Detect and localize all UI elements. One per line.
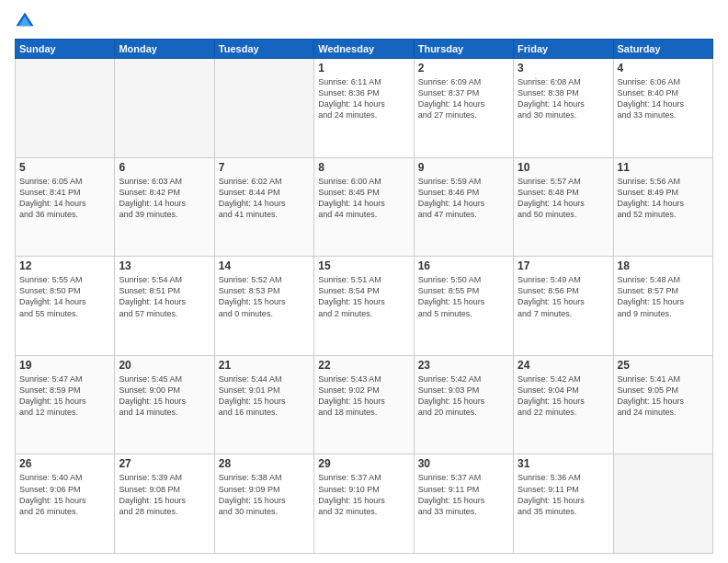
day-info: Sunrise: 5:41 AM Sunset: 9:05 PM Dayligh… [618,373,709,419]
day-number: 10 [518,161,609,174]
day-info: Sunrise: 5:36 AM Sunset: 9:11 PM Dayligh… [518,472,609,517]
day-info: Sunrise: 5:39 AM Sunset: 9:08 PM Dayligh… [119,472,210,517]
day-number: 18 [618,259,709,272]
day-info: Sunrise: 5:51 AM Sunset: 8:54 PM Dayligh… [318,274,409,319]
calendar-header-row: SundayMondayTuesdayWednesdayThursdayFrid… [16,40,713,59]
calendar-day-cell: 6Sunrise: 6:03 AM Sunset: 8:42 PM Daylig… [115,157,214,257]
day-number: 4 [618,62,709,75]
day-info: Sunrise: 5:55 AM Sunset: 8:50 PM Dayligh… [19,274,110,319]
calendar-day-cell: 5Sunrise: 6:05 AM Sunset: 8:41 PM Daylig… [16,157,115,257]
calendar-day-cell: 31Sunrise: 5:36 AM Sunset: 9:11 PM Dayli… [514,454,613,554]
day-info: Sunrise: 5:57 AM Sunset: 8:48 PM Dayligh… [518,176,609,221]
calendar-day-cell: 7Sunrise: 6:02 AM Sunset: 8:44 PM Daylig… [214,157,313,257]
day-info: Sunrise: 6:06 AM Sunset: 8:40 PM Dayligh… [618,76,709,121]
day-number: 19 [19,359,110,372]
calendar-day-cell: 24Sunrise: 5:42 AM Sunset: 9:04 PM Dayli… [514,355,613,454]
calendar-week-row: 26Sunrise: 5:40 AM Sunset: 9:06 PM Dayli… [16,454,713,554]
day-number: 21 [219,359,310,372]
calendar-day-cell: 27Sunrise: 5:39 AM Sunset: 9:08 PM Dayli… [115,454,214,554]
day-number: 7 [219,161,310,174]
calendar-day-cell: 22Sunrise: 5:43 AM Sunset: 9:02 PM Dayli… [314,355,414,454]
day-number: 5 [19,161,110,174]
day-info: Sunrise: 5:47 AM Sunset: 8:59 PM Dayligh… [19,373,110,419]
day-info: Sunrise: 6:11 AM Sunset: 8:36 PM Dayligh… [318,76,409,121]
day-number: 17 [518,259,609,272]
calendar-day-cell: 26Sunrise: 5:40 AM Sunset: 9:06 PM Dayli… [16,454,115,554]
calendar-day-header: Sunday [16,40,115,59]
calendar-day-header: Friday [514,40,613,59]
calendar-day-header: Thursday [414,40,513,59]
day-info: Sunrise: 5:40 AM Sunset: 9:06 PM Dayligh… [19,472,110,517]
day-number: 15 [318,259,409,272]
day-number: 1 [318,62,409,75]
day-info: Sunrise: 5:59 AM Sunset: 8:46 PM Dayligh… [418,176,509,221]
calendar-week-row: 1Sunrise: 6:11 AM Sunset: 8:36 PM Daylig… [16,59,713,158]
calendar-day-cell: 4Sunrise: 6:06 AM Sunset: 8:40 PM Daylig… [613,59,712,158]
page: SundayMondayTuesdayWednesdayThursdayFrid… [0,0,728,563]
day-number: 6 [119,161,210,174]
day-number: 16 [418,259,509,272]
calendar-day-header: Tuesday [214,40,313,59]
calendar-day-cell: 16Sunrise: 5:50 AM Sunset: 8:55 PM Dayli… [414,257,513,356]
calendar-day-header: Wednesday [314,40,414,59]
calendar-day-cell: 25Sunrise: 5:41 AM Sunset: 9:05 PM Dayli… [613,355,712,454]
calendar-day-cell: 11Sunrise: 5:56 AM Sunset: 8:49 PM Dayli… [613,157,712,257]
day-number: 22 [318,359,409,372]
calendar-day-cell [613,454,712,554]
calendar-day-cell: 30Sunrise: 5:37 AM Sunset: 9:11 PM Dayli… [414,454,513,554]
calendar-day-cell: 10Sunrise: 5:57 AM Sunset: 8:48 PM Dayli… [514,157,613,257]
day-number: 3 [518,62,609,75]
calendar-day-cell: 1Sunrise: 6:11 AM Sunset: 8:36 PM Daylig… [314,59,414,158]
day-info: Sunrise: 5:52 AM Sunset: 8:53 PM Dayligh… [219,274,310,319]
day-number: 31 [518,457,609,470]
calendar-day-cell: 28Sunrise: 5:38 AM Sunset: 9:09 PM Dayli… [214,454,313,554]
calendar-day-cell [214,59,313,158]
calendar-day-cell: 13Sunrise: 5:54 AM Sunset: 8:51 PM Dayli… [115,257,214,356]
header [15,11,713,31]
calendar-week-row: 5Sunrise: 6:05 AM Sunset: 8:41 PM Daylig… [16,157,713,257]
day-number: 25 [618,359,709,372]
calendar-day-cell [115,59,214,158]
day-info: Sunrise: 5:37 AM Sunset: 9:11 PM Dayligh… [418,472,509,517]
day-number: 23 [418,359,509,372]
day-info: Sunrise: 5:42 AM Sunset: 9:04 PM Dayligh… [518,373,609,419]
day-number: 12 [19,259,110,272]
calendar-day-cell: 20Sunrise: 5:45 AM Sunset: 9:00 PM Dayli… [115,355,214,454]
day-number: 30 [418,457,509,470]
day-info: Sunrise: 6:03 AM Sunset: 8:42 PM Dayligh… [119,176,210,221]
day-info: Sunrise: 6:00 AM Sunset: 8:45 PM Dayligh… [318,176,409,221]
day-info: Sunrise: 6:02 AM Sunset: 8:44 PM Dayligh… [219,176,310,221]
calendar-day-cell: 2Sunrise: 6:09 AM Sunset: 8:37 PM Daylig… [414,59,513,158]
calendar-day-cell: 3Sunrise: 6:08 AM Sunset: 8:38 PM Daylig… [514,59,613,158]
day-number: 13 [119,259,210,272]
day-info: Sunrise: 6:09 AM Sunset: 8:37 PM Dayligh… [418,76,509,121]
calendar-table: SundayMondayTuesdayWednesdayThursdayFrid… [15,39,713,554]
calendar-day-cell: 17Sunrise: 5:49 AM Sunset: 8:56 PM Dayli… [514,257,613,356]
day-number: 29 [318,457,409,470]
day-number: 26 [19,457,110,470]
calendar-day-cell: 18Sunrise: 5:48 AM Sunset: 8:57 PM Dayli… [613,257,712,356]
day-info: Sunrise: 5:38 AM Sunset: 9:09 PM Dayligh… [219,472,310,517]
day-info: Sunrise: 5:56 AM Sunset: 8:49 PM Dayligh… [618,176,709,221]
calendar-day-header: Monday [115,40,214,59]
calendar-day-header: Saturday [613,40,712,59]
day-number: 2 [418,62,509,75]
calendar-day-cell: 14Sunrise: 5:52 AM Sunset: 8:53 PM Dayli… [214,257,313,356]
calendar-day-cell: 12Sunrise: 5:55 AM Sunset: 8:50 PM Dayli… [16,257,115,356]
calendar-day-cell: 29Sunrise: 5:37 AM Sunset: 9:10 PM Dayli… [314,454,414,554]
day-number: 9 [418,161,509,174]
day-info: Sunrise: 6:05 AM Sunset: 8:41 PM Dayligh… [19,176,110,221]
calendar-day-cell: 15Sunrise: 5:51 AM Sunset: 8:54 PM Dayli… [314,257,414,356]
day-info: Sunrise: 5:44 AM Sunset: 9:01 PM Dayligh… [219,373,310,419]
day-info: Sunrise: 5:43 AM Sunset: 9:02 PM Dayligh… [318,373,409,419]
day-number: 11 [618,161,709,174]
day-info: Sunrise: 5:37 AM Sunset: 9:10 PM Dayligh… [318,472,409,517]
calendar-day-cell: 8Sunrise: 6:00 AM Sunset: 8:45 PM Daylig… [314,157,414,257]
calendar-day-cell: 21Sunrise: 5:44 AM Sunset: 9:01 PM Dayli… [214,355,313,454]
day-info: Sunrise: 5:42 AM Sunset: 9:03 PM Dayligh… [418,373,509,419]
day-info: Sunrise: 6:08 AM Sunset: 8:38 PM Dayligh… [518,76,609,121]
day-number: 14 [219,259,310,272]
calendar-day-cell: 23Sunrise: 5:42 AM Sunset: 9:03 PM Dayli… [414,355,513,454]
calendar-day-cell [16,59,115,158]
day-number: 24 [518,359,609,372]
